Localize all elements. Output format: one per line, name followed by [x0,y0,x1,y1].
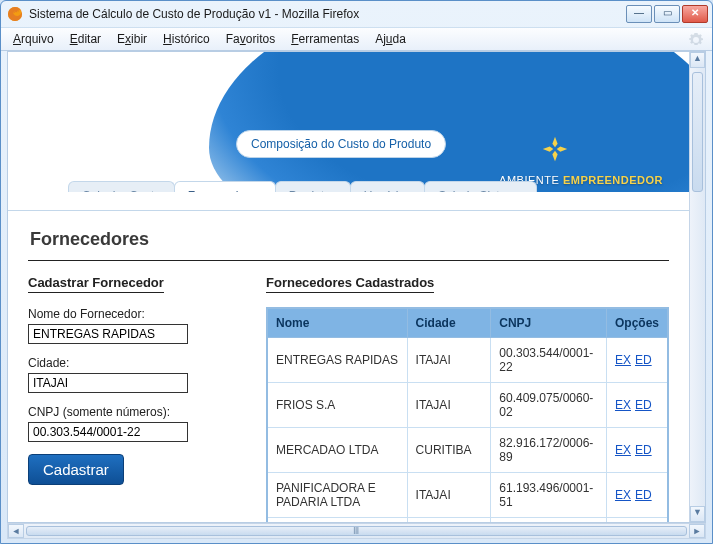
nome-label: Nome do Fornecedor: [28,307,238,321]
cell-opcoes: EXED [606,338,668,383]
firefox-icon [7,6,23,22]
cell-nome: PANIFICADORA E PADARIA LTDA [267,473,407,518]
horizontal-scrollbar[interactable]: ◄ Ⅲ ► [7,523,706,539]
action-ed[interactable]: ED [635,353,652,367]
cell-cnpj: 82.916.172/0006-89 [491,428,607,473]
scroll-thumb[interactable] [692,72,703,192]
cadastrar-button[interactable]: Cadastrar [28,454,124,485]
form-column: Cadastrar Fornecedor Nome do Fornecedor:… [28,275,238,523]
col-nome: Nome [267,308,407,338]
cnpj-label: CNPJ (somente números): [28,405,238,419]
cnpj-input[interactable] [28,422,188,442]
action-ed[interactable]: ED [635,398,652,412]
window-title: Sistema de Cálculo de Custo de Produção … [29,7,626,21]
cell-opcoes: EXED [606,473,668,518]
menu-ferramentas[interactable]: Ferramentas [285,30,365,48]
divider [28,260,669,261]
minimize-button[interactable]: — [626,5,652,23]
action-ed[interactable]: ED [635,443,652,457]
hscroll-thumb[interactable]: Ⅲ [26,526,687,536]
tabs: Calcular CustoFornecedoresProdutosUsuári… [68,181,536,192]
banner-pill[interactable]: Composição do Custo do Produto [236,130,446,158]
cell-nome: FRIOS S.A [267,383,407,428]
table-row: ENTREGAS RAPIDASITAJAI00.303.544/0001-22… [267,338,668,383]
menu-arquivo[interactable]: Arquivo [7,30,60,48]
action-ex[interactable]: EX [615,398,631,412]
page-body: Fornecedores Cadastrar Fornecedor Nome d… [8,210,689,522]
titlebar: Sistema de Cálculo de Custo de Produção … [1,1,712,27]
col-opcoes: Opções [606,308,668,338]
brand-logo-icon [541,135,569,166]
scroll-down-button[interactable]: ▼ [690,506,705,522]
nome-input[interactable] [28,324,188,344]
gear-icon[interactable] [688,32,704,48]
tab-produtos[interactable]: Produtos [275,181,351,192]
fornecedores-table: Nome Cidade CNPJ Opções ENTREGAS RAPIDAS… [266,307,669,523]
grip-icon: Ⅲ [353,526,360,536]
scroll-left-button[interactable]: ◄ [8,524,24,538]
tab-usuários[interactable]: Usuários [350,181,425,192]
menu-editar[interactable]: Editar [64,30,107,48]
table-row: FRIOS S.AITAJAI60.409.075/0060-02EXED [267,383,668,428]
table-row: MERCADAO LTDACURITIBA82.916.172/0006-89E… [267,428,668,473]
cell-opcoes: EXED [606,383,668,428]
action-ed[interactable]: ED [635,488,652,502]
action-ex[interactable]: EX [615,443,631,457]
menu-ajuda[interactable]: Ajuda [369,30,412,48]
cidade-input[interactable] [28,373,188,393]
page-title: Fornecedores [30,229,669,250]
list-column: Fornecedores Cadastrados Nome Cidade CNP… [266,275,669,523]
col-cidade: Cidade [407,308,491,338]
cell-nome: ENTREGAS RAPIDAS [267,338,407,383]
cell-cnpj: 60.409.075/0060-02 [491,383,607,428]
list-heading: Fornecedores Cadastrados [266,275,434,293]
scroll-up-button[interactable]: ▲ [690,52,705,68]
browser-window: Sistema de Cálculo de Custo de Produção … [0,0,713,544]
cell-opcoes: EXED [606,428,668,473]
col-cnpj: CNPJ [491,308,607,338]
cell-cidade: ITAJAI [407,473,491,518]
cell-cidade: ITAJAI [407,338,491,383]
tab-fornecedores[interactable]: Fornecedores [174,181,276,192]
table-row: PANIFICADORA E PADARIA LTDAITAJAI61.193.… [267,473,668,518]
menu-favoritos[interactable]: Favoritos [220,30,281,48]
close-button[interactable]: ✕ [682,5,708,23]
page: Composição do Custo do Produto AMBIENTE … [8,52,689,522]
scroll-right-button[interactable]: ► [689,524,705,538]
banner: Composição do Custo do Produto AMBIENTE … [8,52,689,192]
action-ex[interactable]: EX [615,353,631,367]
tab-sair-do-sistema[interactable]: Sair do Sistema [424,181,537,192]
vertical-scrollbar[interactable]: ▲ ▼ [689,52,705,522]
cell-cidade: ITAJAI [407,383,491,428]
menu-exibir[interactable]: Exibir [111,30,153,48]
form-heading: Cadastrar Fornecedor [28,275,164,293]
menu-historico[interactable]: Histórico [157,30,216,48]
tab-calcular-custo[interactable]: Calcular Custo [68,181,175,192]
cell-cnpj: 00.303.544/0001-22 [491,338,607,383]
window-controls: — ▭ ✕ [626,5,708,23]
maximize-button[interactable]: ▭ [654,5,680,23]
viewport: Composição do Custo do Produto AMBIENTE … [7,51,706,523]
cell-cnpj: 61.193.496/0001-51 [491,473,607,518]
cidade-label: Cidade: [28,356,238,370]
action-ex[interactable]: EX [615,488,631,502]
banner-decor [209,52,689,192]
menubar: Arquivo Editar Exibir Histórico Favorito… [1,27,712,51]
cell-nome: MERCADAO LTDA [267,428,407,473]
cell-cidade: CURITIBA [407,428,491,473]
